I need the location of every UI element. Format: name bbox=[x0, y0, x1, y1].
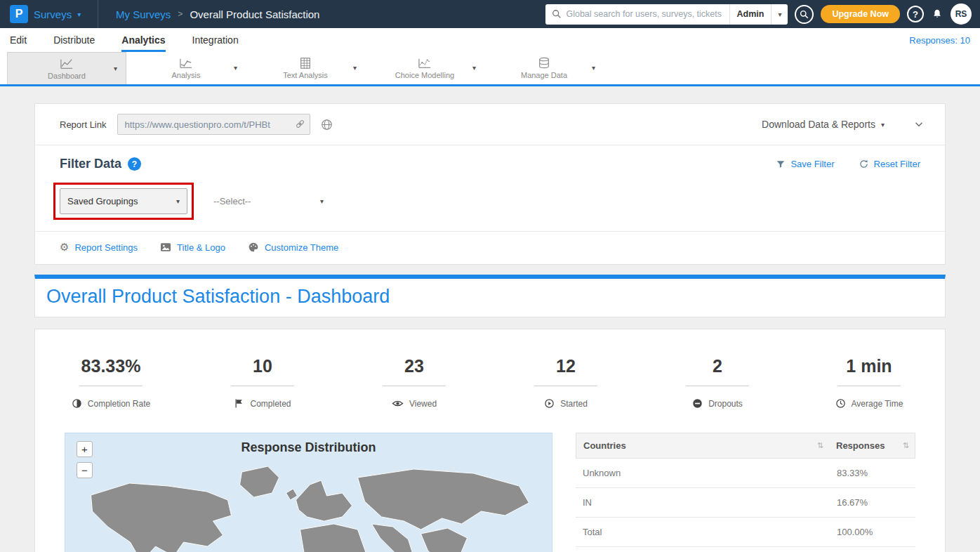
stat-label: Dropouts bbox=[708, 399, 743, 409]
notifications-button[interactable] bbox=[931, 8, 943, 20]
top-bar: P Surveys ▾ My Surveys > Overall Product… bbox=[0, 0, 980, 28]
map-zoom-in-button[interactable]: + bbox=[77, 441, 93, 457]
sort-icon[interactable]: ⇅ bbox=[903, 441, 909, 450]
country-cell: Unknown bbox=[576, 459, 831, 487]
toolbar-item-label: Choice Modelling bbox=[395, 71, 454, 79]
table-row: Unknown 83.33% bbox=[576, 459, 915, 488]
product-switcher[interactable]: P Surveys ▾ bbox=[0, 0, 98, 28]
country-cell: IN bbox=[576, 488, 831, 517]
report-settings-link[interactable]: ⚙ Report Settings bbox=[60, 241, 138, 254]
link-icon bbox=[294, 118, 306, 133]
stat-value: 10 bbox=[187, 356, 338, 376]
download-data-reports-menu[interactable]: Download Data & Reports ▾ bbox=[762, 119, 885, 130]
section-tabs: Edit Distribute Analytics Integration Re… bbox=[0, 28, 980, 52]
title-logo-label: Title & Logo bbox=[177, 242, 225, 253]
dashboard-title-card: Overall Product Satisfaction - Dashboard bbox=[34, 275, 946, 317]
toolbar-item-label: Text Analysis bbox=[283, 71, 328, 79]
stat-started: 12 Started bbox=[490, 356, 642, 409]
upgrade-button[interactable]: Upgrade Now bbox=[821, 5, 900, 23]
image-icon bbox=[160, 242, 171, 252]
caret-down-icon[interactable]: ▾ bbox=[234, 64, 237, 72]
report-link-input[interactable] bbox=[117, 114, 310, 135]
help-glyph: ? bbox=[132, 159, 137, 169]
countries-header: Countries bbox=[583, 440, 626, 451]
toolbar-item-label: Analysis bbox=[172, 71, 201, 79]
stat-label: Average Time bbox=[852, 399, 903, 409]
response-distribution-map: + − Response Distribution bbox=[65, 433, 552, 552]
map-zoom-out-button[interactable]: − bbox=[77, 462, 93, 478]
toolbar-item-analysis[interactable]: Analysis ▾ bbox=[126, 52, 246, 84]
world-map[interactable] bbox=[65, 456, 552, 552]
caret-down-icon: ▾ bbox=[77, 11, 81, 18]
title-logo-link[interactable]: Title & Logo bbox=[160, 242, 225, 253]
toolbar-item-manage-data[interactable]: Manage Data ▾ bbox=[484, 52, 604, 84]
caret-down-icon: ▾ bbox=[320, 197, 324, 205]
completion-rate-icon bbox=[72, 398, 82, 409]
download-label: Download Data & Reports bbox=[762, 119, 875, 130]
grouping-select-value: --Select-- bbox=[213, 196, 251, 206]
search-icon bbox=[545, 9, 566, 19]
caret-down-icon[interactable]: ▾ bbox=[472, 64, 476, 72]
stat-divider bbox=[686, 386, 749, 386]
caret-down-icon[interactable]: ▾ bbox=[114, 65, 117, 72]
text-grid-icon bbox=[298, 57, 312, 70]
search-button[interactable] bbox=[795, 5, 814, 24]
breadcrumb-my-surveys[interactable]: My Surveys bbox=[116, 8, 171, 20]
flag-icon bbox=[234, 398, 244, 409]
tab-edit[interactable]: Edit bbox=[10, 28, 27, 52]
stat-label: Completed bbox=[250, 399, 291, 409]
help-button[interactable]: ? bbox=[907, 6, 924, 22]
language-icon[interactable] bbox=[320, 118, 333, 131]
report-panel-footer: ⚙ Report Settings Title & Logo Customize… bbox=[35, 232, 945, 264]
caret-down-icon[interactable]: ▾ bbox=[353, 64, 357, 72]
stat-completion-rate: 83.33% Completion Rate bbox=[35, 356, 187, 409]
breadcrumb: My Surveys > Overall Product Satisfactio… bbox=[116, 8, 319, 20]
tab-integration[interactable]: Integration bbox=[192, 28, 239, 52]
toolbar-item-label: Dashboard bbox=[48, 72, 86, 80]
saved-groupings-select[interactable]: Saved Groupings ▾ bbox=[60, 188, 187, 214]
save-filter-button[interactable]: Save Filter bbox=[776, 159, 834, 169]
stat-value: 23 bbox=[338, 356, 490, 376]
search-scope-label[interactable]: Admin bbox=[729, 4, 772, 25]
annotation-highlight: Saved Groupings ▾ bbox=[53, 183, 194, 220]
reset-filter-button[interactable]: Reset Filter bbox=[859, 159, 920, 169]
global-search: Admin ▾ bbox=[545, 4, 788, 25]
customize-theme-label: Customize Theme bbox=[265, 242, 338, 253]
toolbar-item-text-analysis[interactable]: Text Analysis ▾ bbox=[246, 52, 365, 84]
search-scope-dropdown[interactable]: ▾ bbox=[771, 4, 788, 25]
tab-distribute[interactable]: Distribute bbox=[53, 28, 95, 52]
play-circle-icon bbox=[544, 398, 555, 409]
stat-divider bbox=[231, 386, 294, 386]
toolbar-item-dashboard[interactable]: Dashboard ▾ bbox=[7, 52, 126, 84]
customize-theme-link[interactable]: Customize Theme bbox=[248, 242, 338, 253]
stat-label: Started bbox=[560, 399, 588, 409]
breadcrumb-current: Overall Product Satisfaction bbox=[190, 8, 319, 20]
page-title: Overall Product Satisfaction - Dashboard bbox=[35, 279, 945, 317]
tab-analytics[interactable]: Analytics bbox=[121, 28, 165, 52]
stat-value: 83.33% bbox=[35, 356, 187, 376]
filter-header: Filter Data ? Save Filter Reset Filter bbox=[35, 145, 945, 176]
stat-completed: 10 Completed bbox=[187, 356, 338, 409]
collapse-panel-button[interactable] bbox=[913, 118, 925, 131]
global-search-input[interactable] bbox=[566, 4, 729, 25]
grouping-value-select[interactable]: --Select-- ▾ bbox=[211, 196, 326, 206]
report-panel: Report Link Download Data & Reports ▾ bbox=[34, 103, 946, 265]
stat-label: Completion Rate bbox=[88, 399, 150, 409]
filter-help-icon[interactable]: ? bbox=[128, 157, 141, 171]
report-link-row: Report Link Download Data & Reports ▾ bbox=[35, 104, 945, 145]
caret-down-icon[interactable]: ▾ bbox=[592, 64, 595, 72]
stat-average-time: 1 min Average Time bbox=[793, 356, 945, 409]
eye-icon bbox=[392, 398, 404, 409]
stat-dropouts: 2 Dropouts bbox=[642, 356, 793, 409]
toolbar-item-choice-modelling[interactable]: Choice Modelling ▾ bbox=[365, 52, 484, 84]
funnel-icon bbox=[776, 159, 786, 169]
stat-divider bbox=[79, 386, 143, 386]
table-header: Countries ⇅ Responses ⇅ bbox=[576, 433, 915, 459]
responses-count: Responses: 10 bbox=[909, 28, 980, 52]
avatar[interactable]: RS bbox=[951, 4, 972, 25]
sort-icon[interactable]: ⇅ bbox=[817, 441, 823, 450]
questionpro-logo: P bbox=[10, 5, 28, 23]
save-filter-label: Save Filter bbox=[790, 159, 834, 169]
product-menu-label: Surveys bbox=[34, 8, 72, 20]
stat-divider bbox=[534, 386, 597, 386]
